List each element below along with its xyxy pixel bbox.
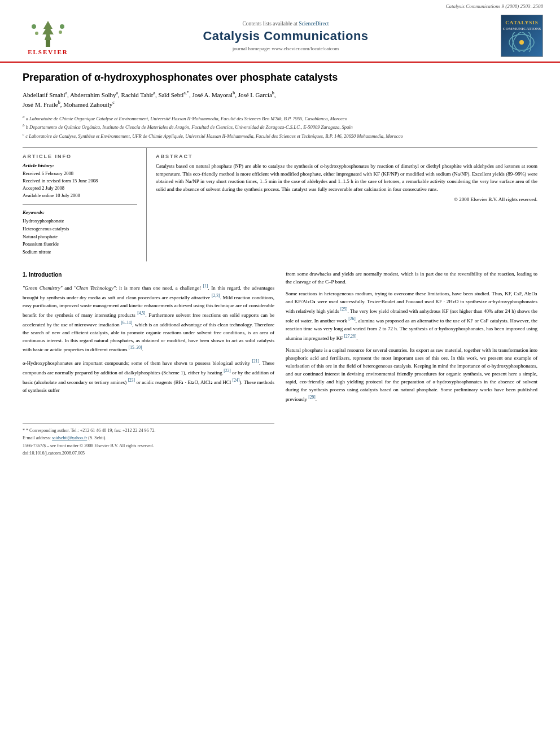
article-history: Article history: Received 6 February 200… [23, 163, 137, 199]
journal-header: ELSEVIER Contents lists available at Sci… [0, 10, 560, 63]
body-columns: 1. Introduction "Green Chemistry" and "C… [23, 270, 537, 457]
section1-heading: 1. Introduction [23, 270, 274, 279]
intro-paragraph-2: α-Hydroxyphosphonates are important comp… [23, 358, 274, 395]
article-info-label: ARTICLE INFO [23, 154, 137, 159]
svg-rect-0 [46, 40, 50, 47]
logo-subtitle: COMMUNICATIONS [503, 27, 541, 31]
article-info: ARTICLE INFO Article history: Received 6… [23, 148, 147, 261]
divider [23, 204, 137, 205]
email-address[interactable]: saidsebti@yahoo.fr [52, 435, 87, 440]
right-paragraph-2: Some reactions in heterogeneous medium, … [286, 290, 537, 343]
issn-text: 1566-7367/$ – see front matter © 2008 El… [23, 443, 154, 448]
abstract-label: ABSTRACT [156, 154, 537, 159]
affiliation-b: b b Departamento de Química Orgánica, In… [23, 123, 537, 131]
body-left-column: 1. Introduction "Green Chemistry" and "C… [23, 270, 274, 457]
journal-reference: Catalysis Communications 9 (2008) 2503–2… [446, 3, 544, 9]
accepted-date: Accepted 2 July 2008 [23, 185, 137, 192]
journal-reference-bar: Catalysis Communications 9 (2008) 2503–2… [0, 0, 560, 10]
email-note: E-mail address: saidsebti@yahoo.fr (S. S… [23, 435, 274, 441]
logo-title: CATALYSIS [505, 20, 538, 25]
corresponding-note-text: * Corresponding author. Tel.: +212 61 46… [26, 428, 155, 433]
email-person: (S. Sebti). [88, 435, 106, 440]
catalysis-logo-graphic [506, 32, 537, 52]
article-title: Preparation of α-hydroxyphosphonates ove… [23, 71, 537, 84]
elsevier-brand: ELSEVIER [28, 49, 68, 55]
authors-text: Abdellatif Smahia, Abderrahim Solhya, Ra… [23, 91, 276, 108]
journal-center: Contents lists available at ScienceDirec… [79, 21, 492, 51]
email-label: E-mail address: [23, 435, 51, 440]
corresponding-author-note: * * Corresponding author. Tel.: +212 61 … [23, 427, 274, 434]
copyright: © 2008 Elsevier B.V. All rights reserved… [156, 196, 537, 202]
issn-note: 1566-7367/$ – see front matter © 2008 El… [23, 443, 274, 449]
article-abstract: ABSTRACT Catalysts based on natural phos… [147, 148, 537, 261]
svg-point-4 [32, 24, 36, 29]
svg-point-5 [60, 24, 64, 29]
right-paragraph-3: Natural phosphate is a capital resource … [286, 347, 537, 404]
svg-point-3 [59, 30, 62, 34]
abstract-text: Catalysts based on natural phosphate (NP… [156, 163, 537, 193]
elsevier-tree-icon [25, 16, 71, 47]
keyword-3: Natural phosphate [23, 233, 137, 241]
authors: Abdellatif Smahia, Abderrahim Solhya, Ra… [23, 90, 537, 109]
svg-point-2 [35, 32, 38, 35]
elsevier-logo: ELSEVIER [17, 16, 79, 55]
footer-notes: * * Corresponding author. Tel.: +212 61 … [23, 423, 274, 456]
sciencedirect-label: Contents lists available at [242, 21, 297, 27]
info-abstract-row: ARTICLE INFO Article history: Received 6… [23, 147, 537, 261]
affiliations: a a Laboratoire de Chimie Organique Cata… [23, 114, 537, 140]
available-date: Available online 10 July 2008 [23, 192, 137, 199]
keyword-5: Sodium nitrate [23, 248, 137, 256]
received-date: Received 6 February 2008 [23, 170, 137, 177]
homepage-label: journal homepage: www.elsevier.com/locat… [233, 46, 339, 51]
page-container: Catalysis Communications 9 (2008) 2503–2… [0, 0, 560, 469]
right-paragraph-1: from some drawbacks and yields are norma… [286, 270, 537, 286]
catalysis-logo-box: CATALYSIS COMMUNICATIONS [501, 15, 543, 57]
keyword-2: Heterogeneous catalysis [23, 225, 137, 233]
main-content: Preparation of α-hydroxyphosphonates ove… [0, 63, 560, 469]
received-revised-date: Received in revised form 15 June 2008 [23, 177, 137, 185]
body-right-column: from some drawbacks and yields are norma… [286, 270, 537, 457]
affiliation-c: c c Laboratoire de Catalyse, Synthèse et… [23, 132, 537, 140]
catalysis-logo-area: CATALYSIS COMMUNICATIONS [492, 15, 543, 57]
svg-point-9 [519, 40, 524, 45]
doi-note: doi:10.1016/j.catcom.2008.07.005 [23, 450, 274, 456]
sciencedirect-link[interactable]: ScienceDirect [299, 21, 329, 27]
sciencedirect-line: Contents lists available at ScienceDirec… [79, 21, 492, 27]
history-title: Article history: [23, 163, 137, 168]
intro-paragraph-1: "Green Chemistry" and "Clean Technology"… [23, 283, 274, 355]
journal-homepage: journal homepage: www.elsevier.com/locat… [79, 46, 492, 51]
keywords-title: Keywords: [23, 209, 137, 215]
journal-title: Catalysis Communications [79, 29, 492, 43]
keyword-1: Hydroxyphosphonate [23, 217, 137, 225]
keyword-4: Potassium fluoride [23, 241, 137, 248]
affiliation-a: a a Laboratoire de Chimie Organique Cata… [23, 114, 537, 123]
doi-text: doi:10.1016/j.catcom.2008.07.005 [23, 451, 85, 456]
svg-marker-1 [42, 21, 54, 40]
